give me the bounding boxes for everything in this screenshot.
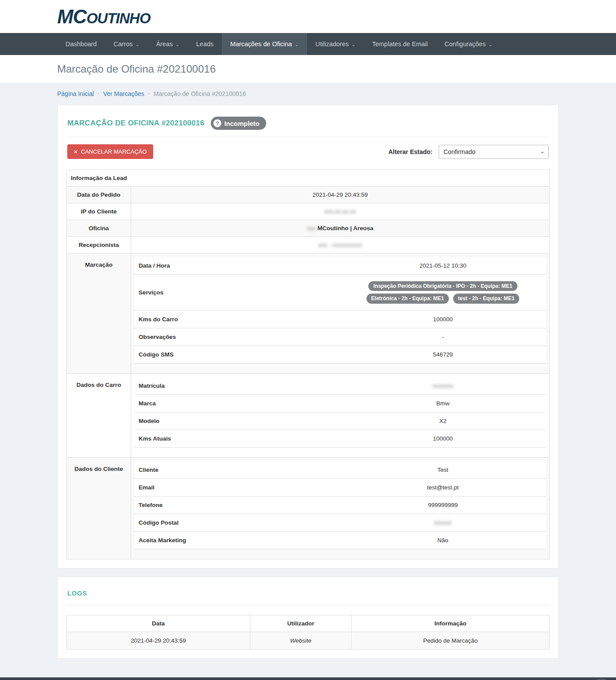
nav-item-label: Marcações de Oficina: [230, 40, 292, 48]
row-value: Não: [340, 531, 546, 549]
state-select-wrap: Confirmado ⌄: [439, 145, 549, 159]
row-value: -: [340, 328, 546, 346]
nav-item-label: Configurações: [444, 40, 486, 48]
brand-logo-rest: OUTINHO: [86, 11, 150, 26]
row-value: test@test.pt: [340, 478, 546, 496]
table-row: Kms do Carro 100000: [135, 310, 546, 328]
close-icon: ✕: [73, 149, 78, 155]
nav-item-label: Utilizadores: [315, 40, 349, 48]
group-cell: Cliente Test Email test@test.pt Telefone…: [131, 457, 550, 559]
nav-item-leads[interactable]: Leads: [188, 33, 222, 55]
service-badge: test - 2h - Equipa: ME1: [453, 294, 520, 303]
logs-title: LOGS: [66, 586, 550, 605]
question-circle-icon: ?: [213, 119, 221, 127]
services-badges: Inspeção Periódica Obrigatória - IPO - 2…: [340, 275, 546, 311]
row-label: IP do Cliente: [67, 203, 131, 220]
breadcrumb: Página Inicial • Ver Marcações • Marcaçã…: [0, 83, 616, 105]
nav-item-carros[interactable]: Carros ⌄: [105, 33, 148, 55]
breadcrumb-current: Marcação de Oficina #202100016: [154, 90, 246, 97]
redacted-value: xxx - xxxxxxxxxx: [318, 242, 362, 248]
marcacao-card: MARCAÇÃO DE OFICINA #202100016 ? Incompl…: [57, 105, 559, 569]
nav-item-utilizadores[interactable]: Utilizadores ⌄: [307, 33, 364, 55]
logs-table: Data Utilizador Informação 2021-04-29 20…: [66, 615, 550, 650]
status-badge: ? Incompleto: [211, 117, 266, 130]
lead-detail-table: Informação da Lead Data do Pedido 2021-0…: [66, 169, 550, 559]
table-group-row: Dados do Carro Matrícula xxxxxxx Marca: [67, 373, 550, 457]
table-row: Marca Bmw: [135, 394, 546, 412]
nav-item-dashboard[interactable]: Dashboard: [57, 33, 105, 55]
table-row: Email test@test.pt: [135, 478, 546, 496]
group-label: Dados do Cliente: [67, 457, 131, 559]
breadcrumb-dot-icon: •: [98, 92, 99, 96]
row-value: 999999999: [340, 496, 546, 514]
nav-item-label: Dashboard: [66, 40, 97, 48]
nav-item-templates-de-email[interactable]: Templates de Email: [364, 33, 436, 55]
table-row: Matrícula xxxxxxx: [135, 377, 546, 395]
row-value: xxx MCoutinho | Areosa: [131, 220, 550, 237]
row-label: Marca: [135, 394, 340, 412]
row-label: Cliente: [135, 461, 340, 479]
row-label: Oficina: [67, 220, 131, 237]
nav-item-label: Leads: [196, 40, 214, 48]
row-label: Telefone: [135, 496, 340, 514]
nav-item-label: Carros: [114, 40, 133, 48]
breadcrumb-link-pagina-inicial[interactable]: Página Inicial: [57, 90, 94, 97]
chevron-down-icon: ⌄: [295, 42, 299, 47]
row-label: Código SMS: [135, 346, 340, 363]
row-value: 546729: [340, 346, 546, 363]
row-value: 100000: [340, 310, 546, 328]
nav-item-configuracoes[interactable]: Configurações ⌄: [436, 33, 501, 55]
breadcrumb-link-ver-marcacoes[interactable]: Ver Marcações: [103, 90, 144, 97]
row-value: 2021-04-29 20:43:59: [131, 187, 550, 203]
row-label: Serviços: [135, 275, 340, 311]
redacted-value: xxx.xx.xx.xx: [324, 208, 356, 215]
row-label: Código Postal: [135, 514, 340, 531]
logs-card: LOGS Data Utilizador Informação 2021-04-…: [57, 577, 559, 659]
redacted-value: xxxxxx: [434, 519, 452, 526]
table-row: Modelo X2: [135, 412, 546, 430]
table-group-row: Dados do Cliente Cliente Test Email te: [67, 457, 550, 559]
state-select[interactable]: Confirmado: [439, 145, 549, 159]
chevron-down-icon: ⌄: [488, 42, 492, 47]
row-label: Data / Hora: [135, 257, 340, 275]
redacted-prefix: xxx: [307, 225, 315, 232]
chevron-down-icon: ⌄: [352, 42, 356, 47]
brand-logo[interactable]: MCOUTINHO: [57, 7, 150, 26]
logs-row: 2021-04-29 20:43:59 Website Pedido de Ma…: [67, 632, 550, 649]
cancel-marcacao-button[interactable]: ✕ CANCELAR MARCAÇÃO: [67, 144, 153, 159]
carro-inner-table: Matrícula xxxxxxx Marca Bmw Modelo X2: [135, 377, 546, 448]
row-value: Bmw: [340, 394, 546, 412]
nav-item-marcacoes-de-oficina[interactable]: Marcações de Oficina ⌄: [222, 33, 307, 55]
cliente-inner-table: Cliente Test Email test@test.pt Telefone…: [135, 461, 546, 549]
change-state-group: Alterar Estado: Confirmado ⌄: [389, 145, 549, 159]
row-value: 100000: [340, 430, 546, 447]
actions-row: ✕ CANCELAR MARCAÇÃO Alterar Estado: Conf…: [67, 144, 549, 159]
row-label: Modelo: [135, 412, 340, 430]
main-navbar: Dashboard Carros ⌄ Áreas ⌄ Leads Marcaçõ…: [0, 33, 616, 55]
row-value: Test: [340, 461, 546, 479]
service-badge: Inspeção Periódica Obrigatória - IPO - 2…: [368, 281, 517, 291]
oficina-value: MCoutinho | Areosa: [317, 225, 373, 232]
table-row: Código Postal xxxxxx: [135, 514, 546, 531]
table-row: Serviços Inspeção Periódica Obrigatória …: [135, 275, 546, 311]
status-badge-label: Incompleto: [224, 120, 260, 127]
row-value: X2: [340, 412, 546, 430]
page-title: Marcação de Oficina #202100016: [57, 63, 216, 75]
panel-title: MARCAÇÃO DE OFICINA #202100016: [67, 119, 205, 128]
row-label: Kms do Carro: [135, 310, 340, 328]
logs-header-utilizador: Utilizador: [250, 615, 351, 632]
marcacao-inner-table: Data / Hora 2021-05-12 10:30 Serviços In…: [135, 257, 546, 364]
row-label: Aceita Marketing: [135, 531, 340, 549]
chevron-down-icon: ⌄: [176, 42, 180, 47]
row-label: Matrícula: [135, 377, 340, 395]
group-label: Marcação: [67, 254, 131, 374]
group-label: Dados do Carro: [67, 373, 131, 457]
row-label: Recepcionista: [67, 237, 131, 254]
table-row: Código SMS 546729: [135, 346, 546, 363]
group-cell: Matrícula xxxxxxx Marca Bmw Modelo X2: [131, 373, 550, 457]
row-label: Kms Atuais: [135, 430, 340, 447]
nav-item-areas[interactable]: Áreas ⌄: [148, 33, 188, 55]
table-row: Observações -: [135, 328, 546, 346]
table-row: IP do Cliente xxx.xx.xx.xx: [67, 203, 550, 220]
logs-header-row: Data Utilizador Informação: [67, 615, 550, 632]
